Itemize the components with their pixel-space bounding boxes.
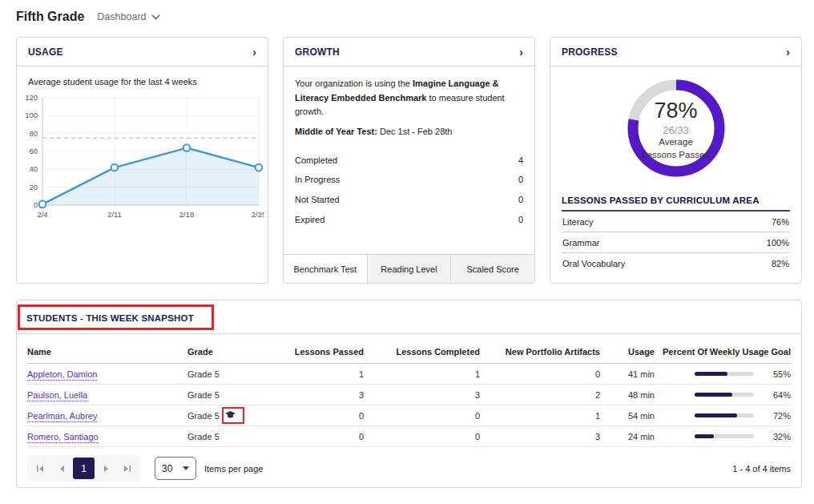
growth-stat-label: Expired (295, 213, 324, 228)
usage-line-chart: 0204060801001202/42/112/182/25 (17, 88, 268, 226)
new-portfolio-artifacts-cell: 0 (480, 369, 600, 379)
svg-text:0: 0 (34, 200, 38, 209)
growth-stat-label: In Progress (295, 173, 340, 187)
students-table: NameGradeLessons PassedLessons Completed… (17, 334, 801, 447)
graduation-cap-icon (225, 411, 236, 420)
svg-text:80: 80 (29, 129, 38, 138)
growth-test-label: Middle of Year Test: (295, 127, 377, 136)
col-header-name: Name (27, 347, 187, 357)
donut-caption-1: Average (659, 136, 693, 149)
svg-text:60: 60 (29, 147, 38, 155)
grade-label: Grade 5 (187, 369, 220, 379)
table-header-row: NameGradeLessons PassedLessons Completed… (27, 339, 791, 364)
weekly-goal-cell: 55% (655, 369, 791, 379)
growth-desc-prefix: Your organization is using the (295, 79, 413, 88)
next-page-button[interactable] (95, 458, 116, 479)
usage-card-header: USAGE › (17, 38, 268, 67)
growth-card-header: GROWTH › (284, 38, 534, 67)
first-page-icon (36, 465, 45, 473)
growth-card-title: GROWTH (295, 46, 340, 58)
lessons-completed-cell: 1 (364, 369, 480, 379)
lessons-completed-cell: 3 (364, 390, 480, 400)
svg-text:40: 40 (29, 164, 38, 173)
table-body: Appleton, DamionGrade 511041 min55%Pauls… (27, 364, 791, 447)
lessons-passed-cell: 0 (290, 411, 364, 421)
first-page-button[interactable] (30, 458, 51, 479)
svg-text:2/25: 2/25 (252, 210, 264, 219)
svg-text:100: 100 (25, 111, 38, 119)
grade-label: Grade 5 (187, 390, 220, 400)
weekly-goal-cell: 72% (655, 411, 791, 421)
pagination-bar: 1 30 Items per page 1 - 4 of 4 items (17, 447, 801, 482)
goal-progress-bar (695, 434, 754, 438)
progress-card-title: PROGRESS (562, 46, 618, 58)
goal-progress-fill (695, 393, 732, 397)
growth-description: Your organization is using the Imagine L… (295, 77, 523, 119)
curriculum-row: Literacy76% (562, 212, 790, 232)
tab-benchmark-test[interactable]: Benchmark Test (284, 255, 367, 283)
chevron-down-icon (151, 14, 160, 20)
lessons-completed-cell: 0 (364, 411, 480, 421)
growth-test-window: Middle of Year Test: Dec 1st - Feb 28th (295, 125, 523, 139)
growth-stat-row: Completed4 (295, 151, 523, 171)
lessons-passed-cell: 1 (290, 369, 364, 379)
goal-percent-label: 64% (765, 390, 791, 400)
students-card-title: STUDENTS - THIS WEEK SNAPSHOT (26, 313, 194, 323)
grade-cell: Grade 5 (187, 390, 290, 400)
tab-scaled-score[interactable]: Scaled Score (450, 255, 534, 283)
svg-text:20: 20 (29, 183, 38, 192)
student-name-link[interactable]: Appleton, Damion (27, 369, 97, 381)
col-header-grade: Grade (187, 347, 290, 357)
items-range-label: 1 - 4 of 4 items (732, 464, 791, 474)
page-size-select[interactable]: 30 (155, 457, 196, 480)
last-page-button[interactable] (116, 458, 138, 479)
new-portfolio-artifacts-cell: 1 (480, 411, 600, 421)
page-size-value: 30 (162, 463, 172, 474)
curriculum-heading: LESSONS PASSED BY CURRICULUM AREA (562, 196, 790, 212)
top-bar: Fifth Grade Dashboard (16, 6, 802, 26)
previous-page-button[interactable] (51, 458, 73, 479)
curriculum-value: 82% (772, 259, 789, 268)
name-cell: Romero, Santiago (27, 432, 187, 442)
growth-stat-value: 0 (518, 213, 523, 228)
grade-label: Grade 5 (187, 411, 220, 421)
growth-card-body: Your organization is using the Imagine L… (284, 67, 534, 254)
usage-subtitle: Average student usage for the last 4 wee… (17, 67, 268, 88)
svg-text:2/4: 2/4 (37, 210, 47, 219)
weekly-goal-cell: 32% (655, 432, 791, 442)
growth-stat-label: Not Started (295, 193, 340, 208)
chevron-right-icon[interactable]: › (252, 48, 256, 56)
donut-caption-2: Lessons Passed (642, 149, 709, 162)
new-portfolio-artifacts-cell: 3 (480, 432, 600, 442)
lessons-completed-cell: 0 (364, 432, 480, 442)
tab-reading-level[interactable]: Reading Level (367, 255, 451, 283)
student-name-link[interactable]: Paulson, Luella (27, 390, 87, 401)
usage-cell: 24 min (600, 432, 655, 442)
table-row: Appleton, DamionGrade 511041 min55% (27, 364, 791, 385)
student-name-link[interactable]: Pearlman, Aubrey (27, 411, 97, 422)
growth-stat-value: 4 (518, 154, 523, 168)
goal-progress-bar (695, 413, 754, 417)
chevron-right-icon[interactable]: › (519, 48, 523, 56)
new-portfolio-artifacts-cell: 2 (480, 390, 600, 400)
annotation-box-title: STUDENTS - THIS WEEK SNAPSHOT (18, 304, 214, 330)
dashboard-dropdown[interactable]: Dashboard (97, 11, 159, 22)
col-header-new-portfolio-artifacts: New Portfolio Artifacts (480, 347, 600, 357)
col-header-percent-of-weekly-usage-goal: Percent Of Weekly Usage Goal (655, 347, 791, 357)
donut-percent: 78% (654, 99, 697, 123)
curriculum-row: Grammar100% (562, 232, 790, 253)
curriculum-value: 76% (772, 217, 789, 227)
goal-percent-label: 32% (765, 432, 791, 442)
goal-progress-fill (695, 372, 727, 376)
goal-progress-bar (695, 393, 754, 397)
curriculum-label: Grammar (562, 238, 599, 248)
growth-stat-row: Not Started0 (295, 191, 523, 211)
student-name-link[interactable]: Romero, Santiago (27, 432, 99, 443)
dashboard-page: Fifth Grade Dashboard USAGE › Average st… (0, 0, 814, 504)
caret-down-icon (183, 466, 189, 470)
chevron-right-icon[interactable]: › (786, 48, 790, 56)
goal-progress-fill (695, 434, 714, 438)
curriculum-section: LESSONS PASSED BY CURRICULUM AREA Litera… (550, 184, 801, 273)
weekly-goal-cell: 64% (655, 390, 791, 400)
current-page-button[interactable]: 1 (73, 458, 95, 479)
